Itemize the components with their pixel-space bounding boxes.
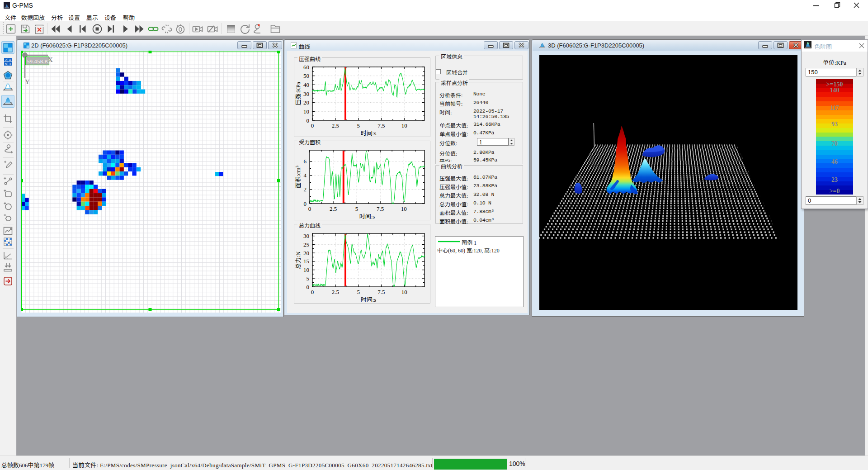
svg-text:10: 10	[303, 108, 309, 115]
svg-text:5: 5	[355, 205, 359, 212]
svg-text:0: 0	[311, 122, 314, 129]
svg-text:25: 25	[303, 241, 309, 248]
svg-text:0: 0	[311, 289, 314, 295]
svg-text:3: 3	[9, 62, 11, 66]
svg-text:0: 0	[304, 200, 307, 207]
svg-text:7.5: 7.5	[377, 122, 385, 129]
svg-text:5: 5	[357, 122, 360, 129]
svg-text:30: 30	[303, 90, 309, 97]
svg-text:2: 2	[304, 186, 307, 193]
svg-text:50: 50	[303, 72, 309, 79]
svg-text:5: 5	[357, 289, 360, 295]
svg-text:2.5: 2.5	[332, 122, 339, 129]
svg-text:2.5: 2.5	[330, 205, 337, 212]
svg-text:7.5: 7.5	[377, 289, 385, 295]
svg-text:10: 10	[401, 122, 407, 129]
svg-text:60: 60	[303, 64, 309, 71]
svg-text:Y: Y	[25, 78, 30, 85]
svg-text:时间:s: 时间:s	[361, 128, 377, 137]
svg-text:5: 5	[5, 62, 7, 66]
svg-text:40: 40	[303, 81, 309, 88]
svg-text:6: 6	[304, 158, 307, 165]
svg-text:0: 0	[308, 205, 311, 212]
svg-text:面积:cm3: 面积:cm3	[294, 166, 302, 189]
svg-text:压强:KPa: 压强:KPa	[294, 82, 302, 105]
svg-text:30: 30	[303, 233, 309, 239]
svg-text:总力:N: 总力:N	[294, 251, 302, 269]
svg-text:20: 20	[303, 99, 309, 106]
svg-text:4: 4	[304, 172, 307, 179]
svg-text:2.5: 2.5	[332, 289, 339, 295]
svg-text:10: 10	[401, 289, 407, 295]
svg-text:20: 20	[303, 250, 309, 256]
svg-text:5: 5	[307, 275, 310, 282]
svg-text:2: 2	[5, 58, 7, 62]
svg-text:时间:s: 时间:s	[359, 212, 375, 220]
svg-text:59.45KPa: 59.45KPa	[27, 58, 50, 65]
svg-text:时间:s: 时间:s	[361, 295, 377, 304]
svg-text:10: 10	[401, 205, 407, 212]
svg-text:X: X	[48, 56, 53, 63]
svg-text:0: 0	[307, 117, 310, 124]
svg-text:0: 0	[307, 284, 310, 290]
svg-text:15: 15	[303, 258, 309, 265]
svg-text:7.5: 7.5	[377, 205, 384, 212]
svg-text:10: 10	[303, 266, 309, 273]
svg-text:4: 4	[9, 58, 11, 62]
